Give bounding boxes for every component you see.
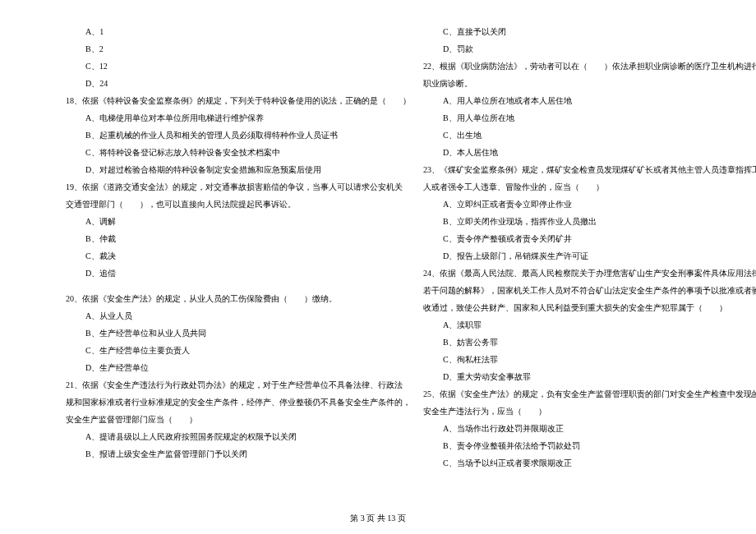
q24-stem-line2: 若干问题的解释》，国家机关工作人员对不符合矿山法定安全生产条件的事项予以批准或者…	[423, 282, 756, 299]
q20-stem: 20、依据《安全生产法》的规定，从业人员的工伤保险费由（ ）缴纳。	[66, 290, 411, 307]
q24-option-a: A、渎职罪	[423, 316, 756, 334]
q22-option-c: C、出生地	[423, 127, 756, 144]
q23-option-a: A、立即纠正或者责令立即停止作业	[423, 196, 756, 213]
q18-stem: 18、依据《特种设备安全监察条例》的规定，下列关于特种设备使用的说法，正确的是（…	[66, 92, 411, 109]
q19-option-a: A、调解	[66, 213, 411, 230]
q25-option-a: A、当场作出行政处罚并限期改正	[423, 420, 756, 437]
q21-option-a: A、提请县级以上人民政府按照国务院规定的权限予以关闭	[66, 428, 411, 445]
right-column: C、直接予以关闭 D、罚款 22、根据《职业病防治法》，劳动者可以在（ ）依法承…	[419, 23, 756, 501]
q24-option-b: B、妨害公务罪	[423, 334, 756, 351]
q25-option-b: B、责令停业整顿并依法给予罚款处罚	[423, 437, 756, 454]
q23-option-d: D、报告上级部门，吊销煤炭生产许可证	[423, 247, 756, 265]
q23-option-c: C、责令停产整顿或者责令关闭矿井	[423, 230, 756, 247]
q18-option-d: D、对超过检验合格期的特种设备制定安全措施和应急预案后使用	[66, 161, 411, 178]
page-content: A、1 B、2 C、12 D、24 18、依据《特种设备安全监察条例》的规定，下…	[0, 0, 756, 501]
spacer	[66, 282, 411, 290]
q25-stem-line1: 25、依据《安全生产法》的规定，负有安全生产监督管理职责的部门对安全生产检查中发…	[423, 385, 756, 403]
q20-option-b: B、生产经营单位和从业人员共同	[66, 325, 411, 342]
q20-option-c: C、生产经营单位主要负责人	[66, 342, 411, 359]
q17-option-c: C、12	[66, 58, 411, 75]
q21-option-b: B、报请上级安全生产监督管理部门予以关闭	[66, 445, 411, 463]
page-footer: 第 3 页 共 13 页	[0, 513, 756, 524]
q24-stem-line3: 收通过，致使公共财产、国家和人民利益受到重大损失的安全生产犯罪属于（ ）	[423, 299, 756, 316]
q22-stem-line1: 22、根据《职业病防治法》，劳动者可以在（ ）依法承担职业病诊断的医疗卫生机构进…	[423, 58, 756, 75]
q22-option-d: D、本人居住地	[423, 144, 756, 161]
q23-option-b: B、立即关闭作业现场，指挥作业人员撤出	[423, 213, 756, 230]
q19-stem-line2: 交通管理部门（ ），也可以直接向人民法院提起民事诉讼。	[66, 196, 411, 213]
q21-stem-line3: 安全生产监督管理部门应当（ ）	[66, 411, 411, 428]
q17-option-a: A、1	[66, 23, 411, 40]
q23-stem-line2: 人或者强令工人违章、冒险作业的，应当（ ）	[423, 178, 756, 196]
q19-option-b: B、仲裁	[66, 230, 411, 247]
q18-option-b: B、起重机械的作业人员和相关的管理人员必须取得特种作业人员证书	[66, 127, 411, 144]
q19-stem-line1: 19、依据《道路交通安全法》的规定，对交通事故损害赔偿的争议，当事人可以请求公安…	[66, 178, 411, 196]
q21-option-c: C、直接予以关闭	[423, 23, 756, 40]
q21-stem-line1: 21、依据《安全生产违法行为行政处罚办法》的规定，对于生产经营单位不具备法律、行…	[66, 376, 411, 394]
q24-option-c: C、徇私枉法罪	[423, 351, 756, 368]
q22-stem-line2: 职业病诊断。	[423, 75, 756, 92]
left-column: A、1 B、2 C、12 D、24 18、依据《特种设备安全监察条例》的规定，下…	[33, 23, 419, 501]
q18-option-a: A、电梯使用单位对本单位所用电梯进行维护保养	[66, 109, 411, 127]
q25-option-c: C、当场予以纠正或者要求限期改正	[423, 454, 756, 472]
q24-option-d: D、重大劳动安全事故罪	[423, 368, 756, 385]
q23-stem-line1: 23、《煤矿安全监察条例》规定，煤矿安全检查员发现煤矿矿长或者其他主管人员违章指…	[423, 161, 756, 178]
q17-option-b: B、2	[66, 40, 411, 58]
q17-option-d: D、24	[66, 75, 411, 92]
q19-option-d: D、追偿	[66, 265, 411, 282]
q20-option-a: A、从业人员	[66, 307, 411, 325]
q20-option-d: D、生产经营单位	[66, 359, 411, 376]
q25-stem-line2: 安全生产违法行为，应当（ ）	[423, 403, 756, 420]
q22-option-a: A、用人单位所在地或者本人居住地	[423, 92, 756, 109]
q21-option-d: D、罚款	[423, 40, 756, 58]
q24-stem-line1: 24、依据《最高人民法院、最高人民检察院关于办理危害矿山生产安全刑事案件具体应用…	[423, 265, 756, 282]
q18-option-c: C、将特种设备登记标志放入特种设备安全技术档案中	[66, 144, 411, 161]
q22-option-b: B、用人单位所在地	[423, 109, 756, 127]
q21-stem-line2: 规和国家标准或者行业标准规定的安全生产条件，经停产、停业整顿仍不具备安全生产条件…	[66, 394, 411, 411]
q19-option-c: C、裁决	[66, 247, 411, 265]
